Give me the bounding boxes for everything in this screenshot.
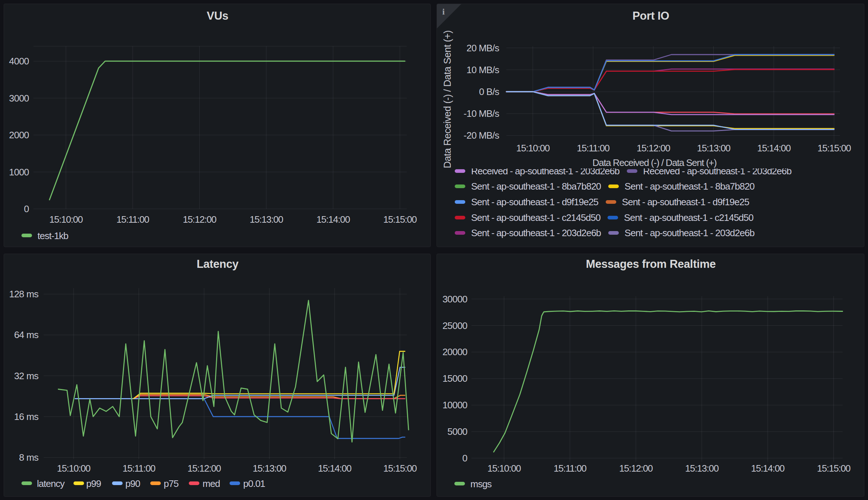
svg-text:20 MB/s: 20 MB/s xyxy=(466,43,499,53)
svg-text:Data Received (-) / Data Sent: Data Received (-) / Data Sent (+) xyxy=(592,157,717,168)
svg-text:15:15:00: 15:15:00 xyxy=(817,143,851,154)
svg-text:-20 MB/s: -20 MB/s xyxy=(463,130,499,141)
svg-text:15:12:00: 15:12:00 xyxy=(637,143,670,154)
svg-text:10 MB/s: 10 MB/s xyxy=(466,64,499,75)
svg-text:15:11:00: 15:11:00 xyxy=(577,143,609,154)
svg-text:15:14:00: 15:14:00 xyxy=(757,143,791,154)
svg-text:15:10:00: 15:10:00 xyxy=(516,143,550,154)
svg-text:-10 MB/s: -10 MB/s xyxy=(463,108,499,119)
svg-text:0 B/s: 0 B/s xyxy=(479,86,499,97)
svg-text:Data Received (-) / Data Sent: Data Received (-) / Data Sent (+) xyxy=(442,31,453,168)
svg-text:15:13:00: 15:13:00 xyxy=(697,143,730,154)
